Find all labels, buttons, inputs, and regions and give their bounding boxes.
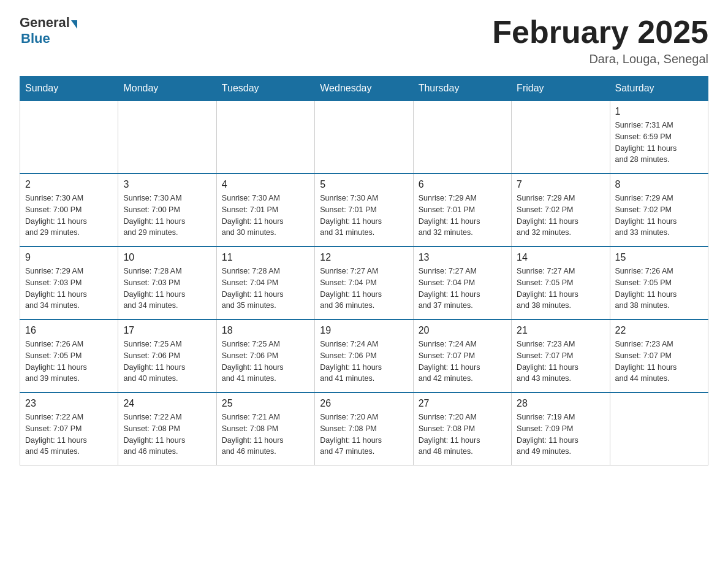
calendar-week-5: 23Sunrise: 7:22 AM Sunset: 7:07 PM Dayli… xyxy=(20,393,708,465)
calendar-cell xyxy=(20,101,118,174)
calendar-cell: 19Sunrise: 7:24 AM Sunset: 7:06 PM Dayli… xyxy=(315,320,413,393)
calendar-week-2: 2Sunrise: 7:30 AM Sunset: 7:00 PM Daylig… xyxy=(20,174,708,247)
calendar-cell: 18Sunrise: 7:25 AM Sunset: 7:06 PM Dayli… xyxy=(216,320,314,393)
calendar-cell: 22Sunrise: 7:23 AM Sunset: 7:07 PM Dayli… xyxy=(610,320,708,393)
calendar-cell: 14Sunrise: 7:27 AM Sunset: 7:05 PM Dayli… xyxy=(512,247,610,320)
day-number: 3 xyxy=(123,179,211,190)
calendar-cell: 20Sunrise: 7:24 AM Sunset: 7:07 PM Dayli… xyxy=(413,320,511,393)
calendar-week-3: 9Sunrise: 7:29 AM Sunset: 7:03 PM Daylig… xyxy=(20,247,708,320)
logo: General Blue xyxy=(20,15,77,47)
calendar-cell: 21Sunrise: 7:23 AM Sunset: 7:07 PM Dayli… xyxy=(512,320,610,393)
calendar-cell xyxy=(118,101,216,174)
calendar-cell: 7Sunrise: 7:29 AM Sunset: 7:02 PM Daylig… xyxy=(512,174,610,247)
calendar-cell: 15Sunrise: 7:26 AM Sunset: 7:05 PM Dayli… xyxy=(610,247,708,320)
calendar-cell: 11Sunrise: 7:28 AM Sunset: 7:04 PM Dayli… xyxy=(216,247,314,320)
day-number: 12 xyxy=(320,252,408,263)
day-info: Sunrise: 7:30 AM Sunset: 7:00 PM Dayligh… xyxy=(123,193,211,239)
day-info: Sunrise: 7:25 AM Sunset: 7:06 PM Dayligh… xyxy=(222,339,309,385)
month-title: February 2025 xyxy=(492,15,708,50)
day-info: Sunrise: 7:19 AM Sunset: 7:09 PM Dayligh… xyxy=(517,412,604,458)
day-info: Sunrise: 7:23 AM Sunset: 7:07 PM Dayligh… xyxy=(615,339,703,385)
calendar-cell xyxy=(216,101,314,174)
weekday-header-thursday: Thursday xyxy=(413,77,511,101)
day-number: 1 xyxy=(615,106,703,117)
day-number: 4 xyxy=(222,179,309,190)
day-info: Sunrise: 7:26 AM Sunset: 7:05 PM Dayligh… xyxy=(25,339,113,385)
day-number: 26 xyxy=(320,398,408,409)
day-number: 23 xyxy=(25,398,113,409)
day-number: 25 xyxy=(222,398,309,409)
calendar-cell: 3Sunrise: 7:30 AM Sunset: 7:00 PM Daylig… xyxy=(118,174,216,247)
page-header: General Blue February 2025 Dara, Louga, … xyxy=(20,15,708,66)
calendar-table: SundayMondayTuesdayWednesdayThursdayFrid… xyxy=(20,76,708,465)
calendar-cell: 28Sunrise: 7:19 AM Sunset: 7:09 PM Dayli… xyxy=(512,393,610,465)
day-number: 21 xyxy=(517,325,604,336)
calendar-cell: 26Sunrise: 7:20 AM Sunset: 7:08 PM Dayli… xyxy=(315,393,413,465)
calendar-cell: 4Sunrise: 7:30 AM Sunset: 7:01 PM Daylig… xyxy=(216,174,314,247)
day-info: Sunrise: 7:20 AM Sunset: 7:08 PM Dayligh… xyxy=(419,412,506,458)
day-number: 16 xyxy=(25,325,113,336)
weekday-header-wednesday: Wednesday xyxy=(315,77,413,101)
day-info: Sunrise: 7:22 AM Sunset: 7:08 PM Dayligh… xyxy=(123,412,211,458)
weekday-header-friday: Friday xyxy=(512,77,610,101)
day-number: 5 xyxy=(320,179,408,190)
day-info: Sunrise: 7:29 AM Sunset: 7:03 PM Dayligh… xyxy=(25,266,113,312)
calendar-cell xyxy=(610,393,708,465)
calendar-week-1: 1Sunrise: 7:31 AM Sunset: 6:59 PM Daylig… xyxy=(20,101,708,174)
day-info: Sunrise: 7:29 AM Sunset: 7:02 PM Dayligh… xyxy=(517,193,604,239)
calendar-cell: 9Sunrise: 7:29 AM Sunset: 7:03 PM Daylig… xyxy=(20,247,118,320)
weekday-header-sunday: Sunday xyxy=(20,77,118,101)
day-info: Sunrise: 7:29 AM Sunset: 7:02 PM Dayligh… xyxy=(615,193,703,239)
day-info: Sunrise: 7:24 AM Sunset: 7:06 PM Dayligh… xyxy=(320,339,408,385)
location-label: Dara, Louga, Senegal xyxy=(492,52,708,66)
calendar-cell xyxy=(413,101,511,174)
day-info: Sunrise: 7:21 AM Sunset: 7:08 PM Dayligh… xyxy=(222,412,309,458)
title-section: February 2025 Dara, Louga, Senegal xyxy=(492,15,708,66)
day-number: 18 xyxy=(222,325,309,336)
day-info: Sunrise: 7:30 AM Sunset: 7:01 PM Dayligh… xyxy=(222,193,309,239)
calendar-cell: 2Sunrise: 7:30 AM Sunset: 7:00 PM Daylig… xyxy=(20,174,118,247)
logo-blue-text: Blue xyxy=(21,31,50,47)
day-info: Sunrise: 7:24 AM Sunset: 7:07 PM Dayligh… xyxy=(419,339,506,385)
day-number: 2 xyxy=(25,179,113,190)
day-info: Sunrise: 7:30 AM Sunset: 7:00 PM Dayligh… xyxy=(25,193,113,239)
day-number: 27 xyxy=(419,398,506,409)
day-info: Sunrise: 7:27 AM Sunset: 7:04 PM Dayligh… xyxy=(419,266,506,312)
calendar-cell: 25Sunrise: 7:21 AM Sunset: 7:08 PM Dayli… xyxy=(216,393,314,465)
calendar-cell: 23Sunrise: 7:22 AM Sunset: 7:07 PM Dayli… xyxy=(20,393,118,465)
weekday-header-tuesday: Tuesday xyxy=(216,77,314,101)
day-number: 13 xyxy=(419,252,506,263)
calendar-cell: 1Sunrise: 7:31 AM Sunset: 6:59 PM Daylig… xyxy=(610,101,708,174)
calendar-week-4: 16Sunrise: 7:26 AM Sunset: 7:05 PM Dayli… xyxy=(20,320,708,393)
calendar-cell: 27Sunrise: 7:20 AM Sunset: 7:08 PM Dayli… xyxy=(413,393,511,465)
day-info: Sunrise: 7:22 AM Sunset: 7:07 PM Dayligh… xyxy=(25,412,113,458)
day-number: 10 xyxy=(123,252,211,263)
calendar-cell: 6Sunrise: 7:29 AM Sunset: 7:01 PM Daylig… xyxy=(413,174,511,247)
day-number: 8 xyxy=(615,179,703,190)
calendar-cell: 17Sunrise: 7:25 AM Sunset: 7:06 PM Dayli… xyxy=(118,320,216,393)
day-info: Sunrise: 7:20 AM Sunset: 7:08 PM Dayligh… xyxy=(320,412,408,458)
day-number: 22 xyxy=(615,325,703,336)
calendar-cell: 16Sunrise: 7:26 AM Sunset: 7:05 PM Dayli… xyxy=(20,320,118,393)
day-info: Sunrise: 7:26 AM Sunset: 7:05 PM Dayligh… xyxy=(615,266,703,312)
day-number: 20 xyxy=(419,325,506,336)
day-number: 28 xyxy=(517,398,604,409)
calendar-cell: 5Sunrise: 7:30 AM Sunset: 7:01 PM Daylig… xyxy=(315,174,413,247)
day-info: Sunrise: 7:28 AM Sunset: 7:03 PM Dayligh… xyxy=(123,266,211,312)
weekday-header-saturday: Saturday xyxy=(610,77,708,101)
day-info: Sunrise: 7:25 AM Sunset: 7:06 PM Dayligh… xyxy=(123,339,211,385)
logo-general-text: General xyxy=(20,15,70,31)
logo-triangle-icon xyxy=(71,20,77,29)
day-info: Sunrise: 7:27 AM Sunset: 7:04 PM Dayligh… xyxy=(320,266,408,312)
day-info: Sunrise: 7:28 AM Sunset: 7:04 PM Dayligh… xyxy=(222,266,309,312)
calendar-cell: 12Sunrise: 7:27 AM Sunset: 7:04 PM Dayli… xyxy=(315,247,413,320)
calendar-cell xyxy=(315,101,413,174)
day-number: 19 xyxy=(320,325,408,336)
calendar-cell: 8Sunrise: 7:29 AM Sunset: 7:02 PM Daylig… xyxy=(610,174,708,247)
weekday-header-monday: Monday xyxy=(118,77,216,101)
day-info: Sunrise: 7:27 AM Sunset: 7:05 PM Dayligh… xyxy=(517,266,604,312)
day-number: 11 xyxy=(222,252,309,263)
calendar-cell xyxy=(512,101,610,174)
day-info: Sunrise: 7:31 AM Sunset: 6:59 PM Dayligh… xyxy=(615,120,703,166)
day-info: Sunrise: 7:30 AM Sunset: 7:01 PM Dayligh… xyxy=(320,193,408,239)
